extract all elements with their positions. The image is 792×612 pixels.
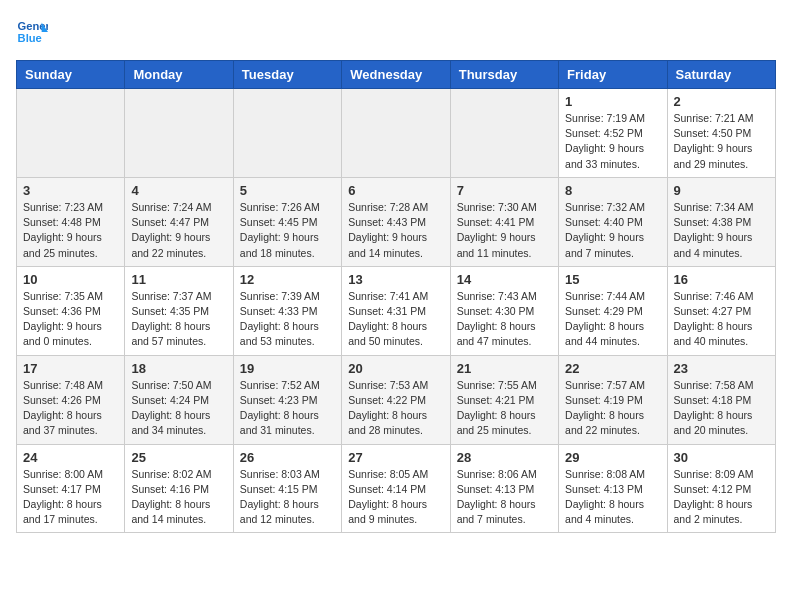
calendar-cell: 28Sunrise: 8:06 AM Sunset: 4:13 PM Dayli… [450, 444, 558, 533]
day-number: 19 [240, 361, 335, 376]
day-number: 9 [674, 183, 769, 198]
day-number: 23 [674, 361, 769, 376]
day-number: 16 [674, 272, 769, 287]
calendar-cell: 26Sunrise: 8:03 AM Sunset: 4:15 PM Dayli… [233, 444, 341, 533]
calendar-cell: 1Sunrise: 7:19 AM Sunset: 4:52 PM Daylig… [559, 89, 667, 178]
day-number: 1 [565, 94, 660, 109]
day-info: Sunrise: 7:37 AM Sunset: 4:35 PM Dayligh… [131, 289, 226, 350]
day-number: 6 [348, 183, 443, 198]
day-number: 21 [457, 361, 552, 376]
calendar-cell [17, 89, 125, 178]
calendar-cell: 16Sunrise: 7:46 AM Sunset: 4:27 PM Dayli… [667, 266, 775, 355]
day-info: Sunrise: 7:24 AM Sunset: 4:47 PM Dayligh… [131, 200, 226, 261]
calendar-cell: 2Sunrise: 7:21 AM Sunset: 4:50 PM Daylig… [667, 89, 775, 178]
calendar-cell: 8Sunrise: 7:32 AM Sunset: 4:40 PM Daylig… [559, 177, 667, 266]
calendar-cell: 22Sunrise: 7:57 AM Sunset: 4:19 PM Dayli… [559, 355, 667, 444]
day-number: 29 [565, 450, 660, 465]
day-info: Sunrise: 7:32 AM Sunset: 4:40 PM Dayligh… [565, 200, 660, 261]
day-number: 15 [565, 272, 660, 287]
calendar-cell: 30Sunrise: 8:09 AM Sunset: 4:12 PM Dayli… [667, 444, 775, 533]
day-number: 7 [457, 183, 552, 198]
day-number: 8 [565, 183, 660, 198]
day-info: Sunrise: 7:53 AM Sunset: 4:22 PM Dayligh… [348, 378, 443, 439]
calendar-cell [342, 89, 450, 178]
day-number: 25 [131, 450, 226, 465]
day-number: 12 [240, 272, 335, 287]
day-number: 10 [23, 272, 118, 287]
day-info: Sunrise: 7:50 AM Sunset: 4:24 PM Dayligh… [131, 378, 226, 439]
calendar-table: SundayMondayTuesdayWednesdayThursdayFrid… [16, 60, 776, 533]
calendar-cell: 27Sunrise: 8:05 AM Sunset: 4:14 PM Dayli… [342, 444, 450, 533]
day-info: Sunrise: 8:06 AM Sunset: 4:13 PM Dayligh… [457, 467, 552, 528]
day-number: 24 [23, 450, 118, 465]
calendar-cell: 29Sunrise: 8:08 AM Sunset: 4:13 PM Dayli… [559, 444, 667, 533]
calendar-cell: 12Sunrise: 7:39 AM Sunset: 4:33 PM Dayli… [233, 266, 341, 355]
day-info: Sunrise: 7:48 AM Sunset: 4:26 PM Dayligh… [23, 378, 118, 439]
calendar-cell: 20Sunrise: 7:53 AM Sunset: 4:22 PM Dayli… [342, 355, 450, 444]
calendar-cell: 14Sunrise: 7:43 AM Sunset: 4:30 PM Dayli… [450, 266, 558, 355]
weekday-header-wednesday: Wednesday [342, 61, 450, 89]
day-number: 14 [457, 272, 552, 287]
calendar-cell: 15Sunrise: 7:44 AM Sunset: 4:29 PM Dayli… [559, 266, 667, 355]
day-info: Sunrise: 8:02 AM Sunset: 4:16 PM Dayligh… [131, 467, 226, 528]
day-info: Sunrise: 8:08 AM Sunset: 4:13 PM Dayligh… [565, 467, 660, 528]
day-info: Sunrise: 7:30 AM Sunset: 4:41 PM Dayligh… [457, 200, 552, 261]
weekday-header-monday: Monday [125, 61, 233, 89]
day-info: Sunrise: 7:28 AM Sunset: 4:43 PM Dayligh… [348, 200, 443, 261]
day-info: Sunrise: 7:46 AM Sunset: 4:27 PM Dayligh… [674, 289, 769, 350]
day-info: Sunrise: 8:03 AM Sunset: 4:15 PM Dayligh… [240, 467, 335, 528]
day-number: 28 [457, 450, 552, 465]
calendar-cell: 18Sunrise: 7:50 AM Sunset: 4:24 PM Dayli… [125, 355, 233, 444]
day-number: 11 [131, 272, 226, 287]
calendar-cell: 23Sunrise: 7:58 AM Sunset: 4:18 PM Dayli… [667, 355, 775, 444]
logo: General Blue [16, 16, 48, 48]
weekday-header-thursday: Thursday [450, 61, 558, 89]
page-header: General Blue [16, 16, 776, 48]
day-info: Sunrise: 7:44 AM Sunset: 4:29 PM Dayligh… [565, 289, 660, 350]
day-info: Sunrise: 7:26 AM Sunset: 4:45 PM Dayligh… [240, 200, 335, 261]
day-info: Sunrise: 7:21 AM Sunset: 4:50 PM Dayligh… [674, 111, 769, 172]
calendar-cell: 3Sunrise: 7:23 AM Sunset: 4:48 PM Daylig… [17, 177, 125, 266]
calendar-cell: 19Sunrise: 7:52 AM Sunset: 4:23 PM Dayli… [233, 355, 341, 444]
weekday-header-row: SundayMondayTuesdayWednesdayThursdayFrid… [17, 61, 776, 89]
day-number: 20 [348, 361, 443, 376]
day-number: 5 [240, 183, 335, 198]
calendar-cell: 10Sunrise: 7:35 AM Sunset: 4:36 PM Dayli… [17, 266, 125, 355]
calendar-cell: 11Sunrise: 7:37 AM Sunset: 4:35 PM Dayli… [125, 266, 233, 355]
calendar-cell: 21Sunrise: 7:55 AM Sunset: 4:21 PM Dayli… [450, 355, 558, 444]
day-number: 27 [348, 450, 443, 465]
day-number: 4 [131, 183, 226, 198]
weekday-header-saturday: Saturday [667, 61, 775, 89]
calendar-cell: 4Sunrise: 7:24 AM Sunset: 4:47 PM Daylig… [125, 177, 233, 266]
day-number: 3 [23, 183, 118, 198]
day-info: Sunrise: 7:23 AM Sunset: 4:48 PM Dayligh… [23, 200, 118, 261]
calendar-week-1: 1Sunrise: 7:19 AM Sunset: 4:52 PM Daylig… [17, 89, 776, 178]
calendar-cell: 24Sunrise: 8:00 AM Sunset: 4:17 PM Dayli… [17, 444, 125, 533]
svg-text:Blue: Blue [18, 32, 42, 44]
day-info: Sunrise: 7:55 AM Sunset: 4:21 PM Dayligh… [457, 378, 552, 439]
day-info: Sunrise: 8:05 AM Sunset: 4:14 PM Dayligh… [348, 467, 443, 528]
day-number: 26 [240, 450, 335, 465]
day-info: Sunrise: 7:34 AM Sunset: 4:38 PM Dayligh… [674, 200, 769, 261]
day-info: Sunrise: 8:09 AM Sunset: 4:12 PM Dayligh… [674, 467, 769, 528]
day-number: 13 [348, 272, 443, 287]
calendar-cell: 25Sunrise: 8:02 AM Sunset: 4:16 PM Dayli… [125, 444, 233, 533]
day-info: Sunrise: 7:35 AM Sunset: 4:36 PM Dayligh… [23, 289, 118, 350]
day-info: Sunrise: 7:43 AM Sunset: 4:30 PM Dayligh… [457, 289, 552, 350]
weekday-header-sunday: Sunday [17, 61, 125, 89]
day-number: 30 [674, 450, 769, 465]
calendar-cell: 9Sunrise: 7:34 AM Sunset: 4:38 PM Daylig… [667, 177, 775, 266]
day-number: 22 [565, 361, 660, 376]
calendar-week-2: 3Sunrise: 7:23 AM Sunset: 4:48 PM Daylig… [17, 177, 776, 266]
day-info: Sunrise: 7:58 AM Sunset: 4:18 PM Dayligh… [674, 378, 769, 439]
day-info: Sunrise: 7:41 AM Sunset: 4:31 PM Dayligh… [348, 289, 443, 350]
day-info: Sunrise: 7:52 AM Sunset: 4:23 PM Dayligh… [240, 378, 335, 439]
day-info: Sunrise: 7:57 AM Sunset: 4:19 PM Dayligh… [565, 378, 660, 439]
day-number: 17 [23, 361, 118, 376]
calendar-cell: 17Sunrise: 7:48 AM Sunset: 4:26 PM Dayli… [17, 355, 125, 444]
logo-icon: General Blue [16, 16, 48, 48]
day-info: Sunrise: 7:39 AM Sunset: 4:33 PM Dayligh… [240, 289, 335, 350]
calendar-cell: 6Sunrise: 7:28 AM Sunset: 4:43 PM Daylig… [342, 177, 450, 266]
day-number: 2 [674, 94, 769, 109]
day-info: Sunrise: 8:00 AM Sunset: 4:17 PM Dayligh… [23, 467, 118, 528]
